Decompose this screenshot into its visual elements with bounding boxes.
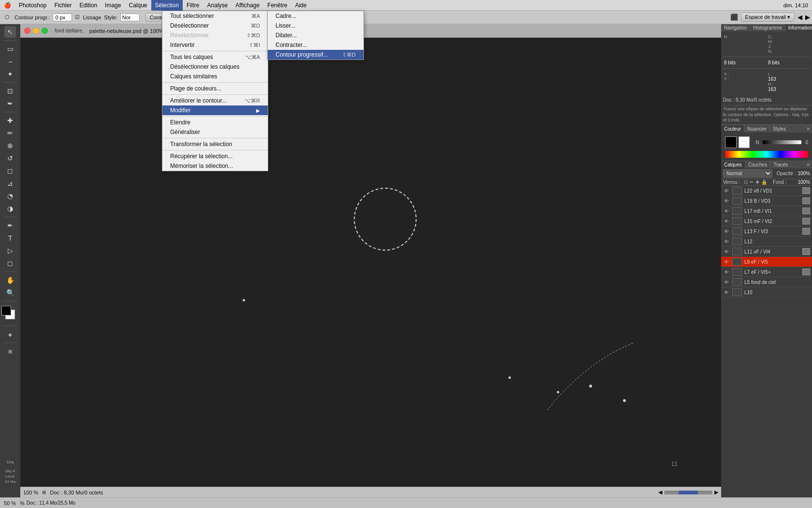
menu-item-mmoriser-la-slection[interactable]: Mémoriser la sélection...	[162, 161, 268, 171]
extra-tool-1[interactable]: Ura	[4, 456, 16, 468]
color-picker[interactable]	[1, 306, 19, 323]
layer-item[interactable]: 👁L9 eF / VI5	[721, 257, 812, 267]
modify-menu-item-contracter[interactable]: Contracter...	[268, 40, 363, 50]
blend-mode-select[interactable]: Normal	[723, 169, 772, 178]
scroll-right-arrow[interactable]: ▶	[714, 489, 718, 495]
tab-couches[interactable]: Couches	[745, 161, 770, 168]
quick-mask-toggle[interactable]: ◈	[4, 329, 16, 340]
layer-item[interactable]: 👁L13 F / VI3	[721, 226, 812, 237]
tab-couleur[interactable]: Couleur	[721, 125, 744, 133]
modify-menu-item-dilater[interactable]: Dilater...	[268, 30, 363, 40]
dodge-tool[interactable]: ◑	[4, 203, 16, 214]
clone-stamp-tool[interactable]: ⊕	[4, 140, 16, 151]
color-spectrum-bar[interactable]	[725, 151, 808, 158]
scroll-slider[interactable]	[664, 491, 712, 494]
contour-value-input[interactable]	[53, 14, 72, 21]
menu-item-calques-similaires[interactable]: Calques similaires	[162, 72, 268, 81]
layer-visibility-icon[interactable]: 👁	[723, 187, 730, 194]
brush-tool[interactable]: ✏	[4, 127, 16, 139]
menu-item-transformer-la-slection[interactable]: Transformer la sélection	[162, 139, 268, 149]
menubar-calque[interactable]: Calque	[125, 0, 151, 11]
menu-item-modifier[interactable]: Modifier▶	[162, 105, 268, 115]
layer-item[interactable]: 👁L7 eF / VI5+	[721, 267, 812, 277]
nav-arrow-left[interactable]: ◀	[798, 14, 802, 21]
menubar-fenetre[interactable]: Fenêtre	[263, 0, 291, 11]
menu-item-plage-de-couleurs[interactable]: Plage de couleurs...	[162, 84, 268, 93]
lock-transparent-icon[interactable]: ⊡	[744, 179, 748, 185]
bg-swatch[interactable]	[739, 136, 750, 148]
layer-visibility-icon[interactable]: 👁	[723, 279, 730, 285]
scroll-left-arrow[interactable]: ◀	[658, 489, 662, 495]
menu-item-amliorer-le-contour[interactable]: Améliorer le contour...⌥⌘R	[162, 96, 268, 105]
foreground-color-box[interactable]	[1, 306, 11, 315]
crop-tool[interactable]: ⊡	[4, 85, 16, 97]
maximize-window-button[interactable]	[42, 28, 48, 34]
selection-tool[interactable]: ▭	[4, 43, 16, 55]
close-window-button[interactable]	[24, 28, 30, 34]
layer-item[interactable]: 👁L17 m8 / VI1	[721, 206, 812, 216]
menubar-aide[interactable]: Aide	[291, 0, 310, 11]
layer-item[interactable]: 👁L12	[721, 237, 812, 247]
lock-all-icon[interactable]: 🔒	[761, 179, 767, 185]
gradient-tool[interactable]: ⊿	[4, 178, 16, 189]
history-brush-tool[interactable]: ↺	[4, 152, 16, 164]
layer-item[interactable]: 👁L11 vF / VI4	[721, 247, 812, 257]
layers-panel-close[interactable]: ✕	[804, 161, 812, 168]
layer-item[interactable]: 👁L15 mF / VI2	[721, 216, 812, 226]
shape-tool[interactable]: ◻	[4, 257, 16, 269]
path-selection-tool[interactable]: ▷	[4, 245, 16, 256]
apple-menu[interactable]: 🍎	[0, 0, 15, 11]
menubar-edition[interactable]: Edition	[75, 0, 101, 11]
move-tool[interactable]: ↖	[4, 26, 16, 38]
tab-informations[interactable]: Informations	[785, 24, 812, 31]
tab-navigation[interactable]: Navigation	[721, 24, 750, 31]
layer-visibility-icon[interactable]: 👁	[723, 258, 730, 265]
blur-tool[interactable]: ◔	[4, 190, 16, 202]
modify-menu-item-lisser[interactable]: Lisser...	[268, 21, 363, 30]
hand-tool[interactable]: ✋	[4, 274, 16, 286]
menu-item-dslectionner[interactable]: Désélectionner⌘D	[162, 21, 268, 30]
layer-item[interactable]: 👁L19 B / VD3	[721, 196, 812, 206]
menu-item-etendre[interactable]: Etendre	[162, 118, 268, 127]
layer-item[interactable]: 👁L22 v8 / VD1	[721, 186, 812, 196]
healing-tool[interactable]: ✚	[4, 115, 16, 126]
color-n-slider[interactable]	[763, 140, 801, 144]
layer-visibility-icon[interactable]: 👁	[723, 238, 730, 245]
layer-visibility-icon[interactable]: 👁	[723, 228, 730, 235]
menu-item-rcuprer-la-slection[interactable]: Récupérer la sélection...	[162, 151, 268, 161]
other-doc-tab[interactable]: fond stellaire,	[55, 28, 83, 33]
menubar-fichier[interactable]: Fichier	[50, 0, 75, 11]
minimize-window-button[interactable]	[33, 28, 39, 34]
layer-visibility-icon[interactable]: 👁	[723, 269, 730, 275]
layer-item[interactable]: 👁L5 fond de ciel	[721, 277, 812, 287]
menubar-photoshop[interactable]: Photoshop	[15, 0, 50, 11]
workspace-button[interactable]: Espace de travail ▾	[741, 13, 795, 22]
layer-item[interactable]: 👁L10	[721, 287, 812, 298]
tab-histogramme[interactable]: Histogramme	[750, 24, 785, 31]
menu-item-intervertir[interactable]: Intervertir⇧⌘I	[162, 40, 268, 50]
lock-position-icon[interactable]: ✚	[755, 179, 759, 185]
nav-arrow-right[interactable]: ▶	[805, 14, 810, 21]
layer-visibility-icon[interactable]: 👁	[723, 289, 730, 296]
menubar-filtre[interactable]: Filtre	[183, 0, 203, 11]
menubar-analyse[interactable]: Analyse	[203, 0, 232, 11]
lock-image-icon[interactable]: ✏	[750, 179, 754, 185]
eyedropper-tool[interactable]: ✒	[4, 98, 16, 109]
tab-traces[interactable]: Tracés	[770, 161, 791, 168]
modify-menu-item-contour-progressif[interactable]: Contour progressif...⇧⌘D	[268, 50, 363, 60]
menu-item-dslectionner-les-calques[interactable]: Désélectionner les calques	[162, 62, 268, 72]
menubar-affichage[interactable]: Affichage	[232, 0, 263, 11]
style-input[interactable]	[120, 14, 140, 21]
modify-menu-item-cadre[interactable]: Cadre...	[268, 11, 363, 21]
layer-visibility-icon[interactable]: 👁	[723, 208, 730, 214]
menubar-selection[interactable]: Sélection	[151, 0, 183, 11]
magic-wand-tool[interactable]: ✦	[4, 68, 16, 80]
tab-styles[interactable]: Styles	[770, 125, 789, 133]
menubar-image[interactable]: Image	[101, 0, 125, 11]
menu-item-tous-les-calques[interactable]: Tous les calques⌥⌘A	[162, 52, 268, 62]
layer-visibility-icon[interactable]: 👁	[723, 197, 730, 204]
fg-swatch[interactable]	[725, 136, 737, 148]
tab-calques[interactable]: Calques	[721, 161, 745, 168]
eraser-tool[interactable]: ◻	[4, 165, 16, 177]
menu-item-gnraliser[interactable]: Généraliser	[162, 127, 268, 137]
